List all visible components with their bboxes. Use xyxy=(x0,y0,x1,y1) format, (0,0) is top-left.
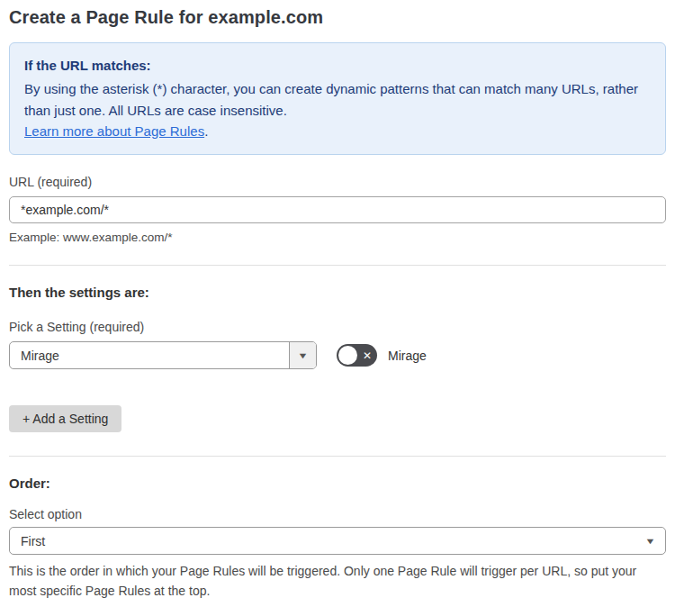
section-divider xyxy=(9,265,666,266)
url-match-info-box: If the URL matches: By using the asteris… xyxy=(9,42,666,155)
order-select-label: Select option xyxy=(9,507,666,521)
order-section-heading: Order: xyxy=(9,476,666,491)
order-select-value: First xyxy=(21,534,45,548)
chevron-down-icon: ▼ xyxy=(297,351,308,360)
info-box-body: By using the asterisk (*) character, you… xyxy=(24,78,651,121)
chevron-down-icon: ▼ xyxy=(644,537,655,546)
url-helper-text: Example: www.example.com/* xyxy=(9,229,666,247)
toggle-knob xyxy=(338,346,357,365)
settings-section-heading: Then the settings are: xyxy=(9,285,666,300)
section-divider xyxy=(9,456,666,457)
info-box-heading: If the URL matches: xyxy=(24,55,651,76)
setting-select-arrow-button[interactable]: ▼ xyxy=(289,342,316,368)
setting-row: Mirage ▼ ✕ Mirage xyxy=(9,341,666,369)
url-input[interactable] xyxy=(9,196,666,223)
setting-select[interactable]: Mirage ▼ xyxy=(9,341,317,369)
link-suffix: . xyxy=(204,123,208,139)
url-field-label: URL (required) xyxy=(9,175,666,189)
add-setting-button[interactable]: + Add a Setting xyxy=(9,405,122,432)
toggle-off-x-icon: ✕ xyxy=(363,350,372,361)
order-helper-text: This is the order in which your Page Rul… xyxy=(9,562,666,601)
setting-picker-label: Pick a Setting (required) xyxy=(9,320,666,334)
mirage-toggle[interactable]: ✕ xyxy=(337,344,377,367)
setting-select-value: Mirage xyxy=(10,342,289,368)
page-title: Create a Page Rule for example.com xyxy=(9,7,666,28)
toggle-label: Mirage xyxy=(388,349,427,363)
info-box-link-line: Learn more about Page Rules. xyxy=(24,121,651,141)
learn-more-link[interactable]: Learn more about Page Rules xyxy=(24,123,204,139)
order-select[interactable]: First ▼ xyxy=(9,527,666,555)
